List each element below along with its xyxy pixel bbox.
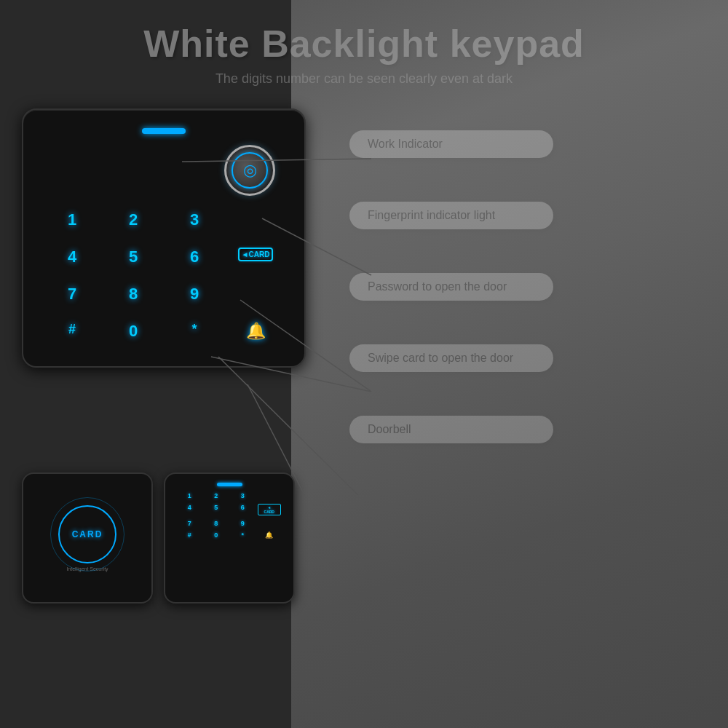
- key-empty-2: [229, 281, 282, 307]
- small-key-hash: #: [178, 531, 202, 539]
- key-empty-1: [229, 207, 282, 233]
- small-key-6: 6: [231, 504, 255, 515]
- small-key-3: 3: [231, 492, 255, 499]
- small-bell-icon: 🔔: [258, 531, 282, 539]
- small-card-slot-icon: ◄CARD: [258, 504, 282, 515]
- card-reader-circle: CARD: [58, 505, 116, 563]
- key-8[interactable]: 8: [106, 281, 160, 307]
- card-reader-content: CARD: [72, 529, 103, 539]
- fingerprint-area: ◎: [38, 145, 290, 196]
- card-reader-label: CARD: [72, 529, 103, 539]
- key-2[interactable]: 2: [106, 207, 160, 233]
- key-6[interactable]: 6: [167, 244, 221, 270]
- small-key-8: 8: [205, 520, 229, 527]
- small-key-1: 1: [178, 492, 202, 499]
- fingerprint-icon: ◎: [243, 161, 257, 180]
- small-keypad-device: 1 2 3 4 5 6 ◄CARD 7 8 9 # 0 * 🔔: [164, 472, 295, 604]
- small-status-bar: [217, 483, 242, 486]
- key-9[interactable]: 9: [167, 281, 221, 307]
- key-1[interactable]: 1: [45, 207, 99, 233]
- small-card-reader: CARD Intelligent Security: [22, 472, 153, 604]
- small-key-7: 7: [178, 520, 202, 527]
- key-0[interactable]: 0: [106, 318, 160, 344]
- key-hash[interactable]: #: [45, 318, 99, 344]
- bell-icon: 🔔: [246, 322, 266, 340]
- key-star[interactable]: *: [167, 318, 221, 344]
- small-key-empty: [258, 492, 282, 499]
- small-key-2: 2: [205, 492, 229, 499]
- small-key-9: 9: [231, 520, 255, 527]
- small-card-slot: ◄CARD: [258, 504, 282, 515]
- key-7[interactable]: 7: [45, 281, 99, 307]
- small-key-0: 0: [205, 531, 229, 539]
- fingerprint-scanner[interactable]: ◎: [224, 145, 275, 196]
- key-5[interactable]: 5: [106, 244, 160, 270]
- small-keypad-grid: 1 2 3 4 5 6 ◄CARD 7 8 9 # 0 * 🔔: [174, 492, 285, 539]
- keypad-grid: 1 2 3 4 5 6 ◄CARD 7 8 9 # 0 *: [38, 203, 290, 348]
- status-indicator: [142, 128, 186, 134]
- fingerprint-inner-ring: ◎: [232, 152, 268, 189]
- small-key-empty2: [258, 520, 282, 527]
- small-key-4: 4: [178, 504, 202, 515]
- small-key-5: 5: [205, 504, 229, 515]
- key-4[interactable]: 4: [45, 244, 99, 270]
- key-bell[interactable]: 🔔: [229, 318, 282, 344]
- card-slot-icon: ◄CARD: [238, 248, 273, 261]
- keypad-device: ◎ 1 2 3 4 5 6 ◄CARD 7: [22, 108, 306, 368]
- left-panel: ◎ 1 2 3 4 5 6 ◄CARD 7: [22, 108, 335, 368]
- key-3[interactable]: 3: [167, 207, 221, 233]
- key-card-slot[interactable]: ◄CARD: [229, 244, 282, 270]
- small-key-star: *: [231, 531, 255, 539]
